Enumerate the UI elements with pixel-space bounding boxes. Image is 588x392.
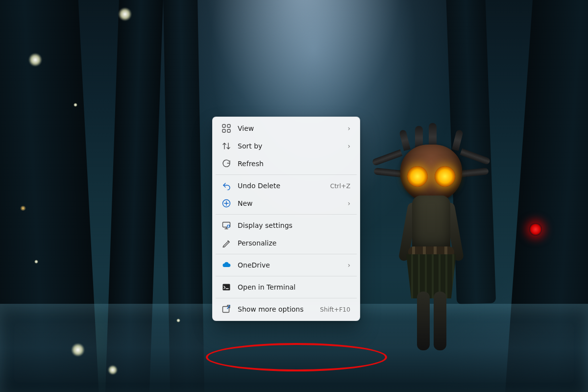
menu-item-accelerator: Shift+F10 (320, 306, 350, 313)
decor-spark (108, 365, 118, 375)
menu-item-label: OneDrive (238, 261, 339, 269)
menu-item-label: View (238, 124, 339, 132)
menu-item-personalize[interactable]: Personalize (215, 234, 357, 252)
menu-separator (216, 254, 357, 254)
more-icon (222, 305, 231, 314)
desktop-context-menu: View›Sort by›RefreshUndo DeleteCtrl+ZNew… (212, 117, 360, 321)
personalize-icon (222, 239, 231, 247)
chevron-right-icon: › (345, 199, 350, 207)
menu-item-new[interactable]: New› (215, 195, 357, 212)
terminal-icon (222, 283, 231, 292)
menu-item-show-more-options[interactable]: Show more optionsShift+F10 (215, 300, 357, 318)
grid-icon (222, 124, 231, 133)
menu-item-undo-delete[interactable]: Undo DeleteCtrl+Z (215, 177, 357, 195)
menu-item-view[interactable]: View› (215, 120, 357, 137)
decor-spark (34, 260, 38, 264)
menu-item-label: Open in Terminal (238, 283, 350, 291)
decor-spark (74, 103, 77, 107)
menu-item-label: Display settings (238, 221, 350, 229)
chevron-right-icon: › (345, 261, 350, 269)
undo-icon (222, 181, 231, 190)
menu-item-label: New (238, 199, 339, 207)
menu-item-sort-by[interactable]: Sort by› (215, 137, 357, 155)
decor-spark (176, 318, 180, 322)
menu-separator (216, 174, 357, 175)
menu-item-label: Undo Delete (238, 182, 323, 190)
menu-separator (216, 298, 357, 298)
wallpaper-figure (390, 145, 473, 360)
menu-item-refresh[interactable]: Refresh (215, 155, 357, 172)
menu-item-label: Personalize (238, 239, 350, 247)
decor-spark (28, 53, 42, 67)
menu-separator (216, 214, 357, 215)
menu-item-label: Show more options (238, 305, 313, 313)
menu-item-accelerator: Ctrl+Z (330, 182, 350, 190)
decor-spark (20, 206, 26, 211)
menu-item-onedrive[interactable]: OneDrive› (215, 256, 357, 274)
decor-spark (118, 7, 132, 21)
chevron-right-icon: › (345, 124, 350, 132)
chevron-right-icon: › (345, 142, 350, 150)
menu-separator (216, 276, 357, 276)
menu-item-display-settings[interactable]: Display settings (215, 217, 357, 234)
new-icon (222, 199, 231, 208)
refresh-icon (222, 159, 231, 168)
sort-icon (222, 142, 231, 150)
display-icon (222, 221, 231, 230)
decor-red-orb (529, 223, 542, 236)
onedrive-icon (222, 261, 231, 270)
menu-item-label: Refresh (238, 160, 350, 168)
menu-item-label: Sort by (238, 142, 339, 150)
menu-item-open-in-terminal[interactable]: Open in Terminal (215, 278, 357, 296)
decor-spark (71, 343, 85, 357)
